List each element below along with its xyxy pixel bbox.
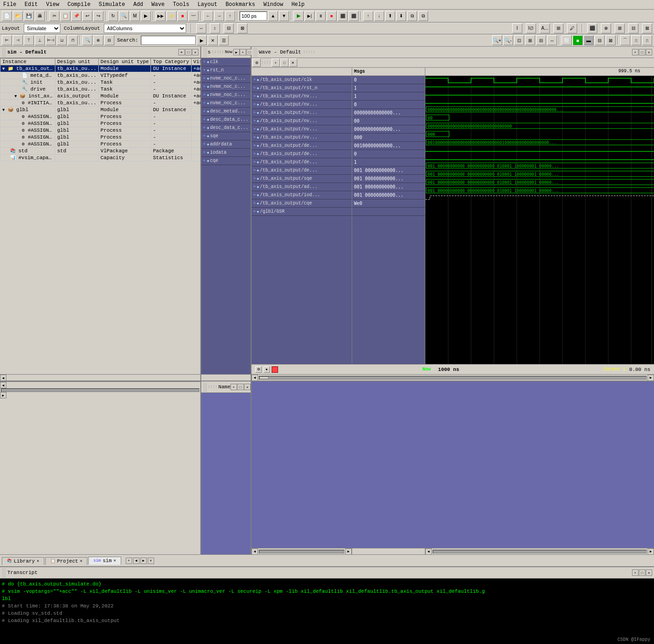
signal-item[interactable]: +◆nvme_noc_c... — [201, 91, 251, 99]
time-input[interactable] — [240, 11, 267, 21]
table-row[interactable]: ⚙ #INITIAL#36 tb_axis_ou... Process - +a… — [0, 100, 201, 107]
wave-name-item[interactable]: +◆/tb_axis_output/nv... — [252, 101, 352, 109]
menu-window[interactable]: Window — [262, 1, 284, 8]
t2-btn3[interactable]: ⊤ — [24, 35, 34, 45]
col-design-unit[interactable]: Design unit — [55, 59, 99, 65]
wave-tool-btn1[interactable]: ⚙ — [252, 59, 261, 67]
wave-shape1[interactable]: ⌒ — [620, 35, 630, 45]
t2-btn6[interactable]: ⊔ — [57, 35, 67, 45]
search-clear-btn[interactable]: ✕ — [208, 35, 218, 45]
signal-item[interactable]: +◆nvme_noc_c... — [201, 83, 251, 91]
tab-item[interactable]: sim sim ✕ — [88, 557, 121, 565]
t2-btn5[interactable]: ⊢⊣ — [46, 35, 56, 45]
table-row[interactable]: ⚙ #ASSIGN#56 glbl Process - — [0, 120, 201, 127]
wave-digital2[interactable]: ■ — [573, 35, 583, 45]
wave-zoom-fit[interactable]: ⊡ — [514, 35, 524, 45]
transcript-icon2[interactable]: □ — [639, 569, 645, 576]
zoom-btn4[interactable]: ⊟ — [628, 23, 638, 33]
tab-nav-left[interactable]: ◀ — [133, 558, 139, 564]
tab-item[interactable]: 📋 Project ✕ — [45, 557, 88, 565]
signal-item[interactable]: +◆desc_metad... — [201, 107, 251, 116]
bottom-s-icon2[interactable]: □ — [237, 384, 244, 390]
wave-scroll-track[interactable] — [259, 376, 647, 380]
cursor-btn5[interactable]: 🖊 — [567, 23, 577, 33]
bw-scroll-track[interactable] — [433, 550, 647, 553]
bn-scroll-right[interactable]: ▶ — [345, 548, 352, 555]
menu-file[interactable]: File — [2, 1, 18, 8]
zoom-btn3[interactable]: ⊞ — [615, 23, 625, 33]
wave-shape3[interactable]: ⎍ — [642, 35, 652, 45]
sim-scroll-track[interactable] — [1, 388, 199, 392]
tab-close-btn[interactable]: ✕ — [113, 558, 116, 563]
wave-more2-btn[interactable]: ⧉ — [418, 11, 428, 21]
stop-btn[interactable]: ■ — [177, 11, 188, 21]
menu-view[interactable]: View — [45, 1, 61, 8]
wave-up-btn[interactable]: ↑ — [363, 11, 373, 21]
menu-compile[interactable]: Compile — [66, 1, 91, 8]
cursor-btn4[interactable]: ⊞ — [553, 23, 563, 33]
layout-btn2[interactable]: ↕ — [210, 23, 220, 33]
layout-btn4[interactable]: ⊠ — [237, 23, 247, 33]
col-instance[interactable]: Instance — [0, 59, 55, 65]
copy-btn[interactable]: 📋 — [60, 11, 70, 21]
zoom-btn1[interactable]: ⬛ — [587, 23, 597, 33]
menu-bookmarks[interactable]: Bookmarks — [224, 1, 257, 8]
open-btn[interactable]: 📂 — [13, 11, 23, 21]
bottom-s-icon3[interactable]: ✕ — [244, 384, 251, 390]
sim-scroll-right2[interactable]: ▶ — [0, 392, 6, 398]
wave-digital3[interactable]: ▬ — [584, 35, 594, 45]
table-row[interactable]: ⚙ #ASSIGN#20 glbl Process - — [0, 113, 201, 120]
wave-name-item[interactable]: +◆/tb_axis_output/nv... — [252, 125, 352, 134]
wave-name-item[interactable]: +◆/tb_axis_output/nv... — [252, 134, 352, 142]
column-layout-select[interactable]: AllColumns — [104, 24, 186, 33]
bottom-s-icon1[interactable]: + — [231, 384, 237, 390]
new-btn[interactable]: 📄 — [2, 11, 12, 21]
compile-btn[interactable]: ▶▶ — [155, 11, 166, 21]
wave-display[interactable]: 999.5 ns — [425, 68, 654, 364]
wave-name-item[interactable]: +◆/tb_axis_output/rst_n — [252, 84, 352, 92]
s-panel-btn1[interactable]: ▶ — [233, 49, 240, 55]
undo-btn[interactable]: ↩ — [82, 11, 92, 21]
wave-nav-btn1[interactable]: ⚙ — [255, 366, 262, 373]
signal-item[interactable]: +◆nvme_noc_c... — [201, 99, 251, 107]
tab-item[interactable]: 📚 Library ✕ — [2, 557, 44, 565]
wave-zoom-extra[interactable]: ↔ — [547, 35, 557, 45]
signal-item[interactable]: +◆desc_data_c... — [201, 116, 251, 124]
menu-edit[interactable]: Edit — [23, 1, 39, 8]
table-row[interactable]: ⚙ #ASSIGN#57 glbl Process - — [0, 127, 201, 134]
wave-zoom-out[interactable]: 🔍- — [503, 35, 513, 45]
wave-scroll-thumb[interactable] — [259, 376, 268, 379]
table-row[interactable]: ⚙ #ASSIGN#58 glbl Process - — [0, 134, 201, 141]
tab-add-btn[interactable]: + — [126, 558, 132, 564]
wave-scroll-left[interactable]: ◀ — [252, 375, 258, 381]
wave-panel-icon2[interactable]: □ — [639, 49, 645, 55]
time-down-btn[interactable]: ▼ — [279, 11, 289, 21]
table-row[interactable]: 📊 #vsim_capacity# Capacity Statistics — [0, 155, 201, 161]
wave-name-item[interactable]: +◆/tb_axis_output/de... — [252, 158, 352, 166]
signal-item[interactable]: +◆nvme_noc_c... — [201, 75, 251, 83]
bn-scroll-left[interactable]: ◀ — [252, 548, 258, 555]
up-btn[interactable]: ↑ — [225, 11, 235, 21]
search-go-btn[interactable]: ▶ — [197, 35, 207, 45]
t2-filter1[interactable]: ⊕ — [93, 35, 103, 45]
t2-search-btn[interactable]: 🔍 — [82, 35, 92, 45]
wave-name-item[interactable]: +◆/tb_axis_output/de... — [252, 150, 352, 158]
bottom-names-scroll[interactable]: ◀ ▶ — [252, 548, 352, 554]
tab-close-btn[interactable]: ✕ — [80, 558, 82, 564]
wave-name-item[interactable]: +◆/tb_axis_output/iod... — [252, 191, 352, 199]
sim-panel-hscroll[interactable]: ◀ — [0, 374, 200, 381]
cut-btn[interactable]: ✂ — [49, 11, 59, 21]
signal-item[interactable]: +◆sqe — [201, 132, 251, 140]
table-row[interactable]: 📄 meta_data tb_axis_ou... VITypedef - +a… — [0, 72, 201, 79]
table-row[interactable]: ▼ 📁 tb_axis_output tb_axis_ou... Module … — [0, 65, 201, 72]
time-up-btn[interactable]: ▲ — [268, 11, 278, 21]
forward-btn[interactable]: → — [214, 11, 224, 21]
search-opt-btn[interactable]: ☰ — [219, 35, 229, 45]
wave-more1-btn[interactable]: ⧉ — [407, 11, 417, 21]
wave-panel-icon1[interactable]: + — [632, 49, 638, 55]
menu-wave[interactable]: Wave — [150, 1, 166, 8]
sim-panel-icon2[interactable]: □ — [185, 49, 192, 55]
sim-panel-icon1[interactable]: + — [178, 49, 185, 55]
menu-simulate[interactable]: Simulate — [97, 1, 127, 8]
replace-btn[interactable]: M — [130, 11, 140, 21]
